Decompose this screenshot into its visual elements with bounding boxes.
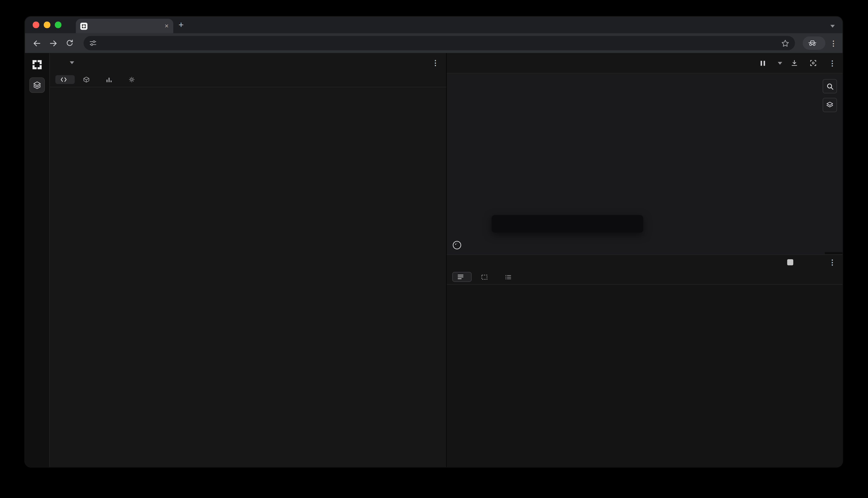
browser-tabstrip: × + <box>25 17 843 33</box>
tab-visualize[interactable] <box>101 75 120 85</box>
tab-close-icon[interactable]: × <box>165 23 168 29</box>
download-screenshot-button[interactable] <box>810 60 820 66</box>
close-window-button[interactable] <box>33 22 39 28</box>
cache-mode-dropdown[interactable] <box>67 62 74 64</box>
mapbox-logo[interactable] <box>452 240 464 250</box>
chart-icon <box>106 76 112 83</box>
pause-icon <box>760 60 766 66</box>
map-layers-button[interactable] <box>822 98 837 112</box>
gear-icon <box>128 76 135 83</box>
screenshot-icon <box>810 60 817 66</box>
udf-explorer-button[interactable] <box>29 77 45 93</box>
editor-header: ⋮ <box>50 53 446 73</box>
forward-button[interactable] <box>47 37 59 49</box>
stdout-icon <box>457 274 464 280</box>
request-details-icon <box>505 274 512 280</box>
map-tooltip <box>492 215 643 233</box>
freeze-dropdown-icon[interactable] <box>778 62 782 64</box>
back-button[interactable] <box>30 37 43 49</box>
tab-request-details[interactable] <box>500 272 519 282</box>
app-rail <box>25 53 50 467</box>
browser-toolbar: ⋮ <box>25 33 843 53</box>
browser-menu-icon[interactable]: ⋮ <box>830 39 837 47</box>
stdout-output[interactable] <box>447 285 843 467</box>
url-bar[interactable] <box>84 36 795 50</box>
tab-search-icon[interactable] <box>830 20 835 30</box>
site-info-icon[interactable] <box>89 39 97 47</box>
layers-icon <box>826 101 834 109</box>
map-results-panel: ⋮ <box>447 53 843 467</box>
bookmark-star-icon[interactable] <box>781 39 789 47</box>
map-view[interactable] <box>447 74 843 254</box>
browser-tab[interactable]: × <box>76 19 173 33</box>
tab-selected-object[interactable] <box>476 272 496 282</box>
module-icon <box>83 76 90 83</box>
map-attribution <box>825 252 843 254</box>
tab-editor[interactable] <box>55 75 75 84</box>
code-editor[interactable] <box>50 87 446 467</box>
fused-logo <box>31 59 43 71</box>
download-icon <box>791 60 798 66</box>
layers-icon <box>33 81 41 89</box>
minimize-window-button[interactable] <box>44 22 50 28</box>
fused-favicon <box>80 23 87 30</box>
tab-module[interactable] <box>78 75 98 85</box>
search-icon <box>826 82 833 90</box>
new-tab-button[interactable]: + <box>179 21 184 29</box>
map-menu-icon[interactable]: ⋮ <box>829 59 836 67</box>
editor-menu-icon[interactable]: ⋮ <box>432 59 439 66</box>
tab-stdout[interactable] <box>452 272 472 282</box>
map-header: ⋮ <box>447 53 843 74</box>
select-box-icon <box>481 274 488 280</box>
app-content: ⋮ <box>25 53 843 467</box>
elapsed-group <box>783 259 793 265</box>
incognito-icon <box>808 40 817 47</box>
map-search-button[interactable] <box>822 79 837 93</box>
results-header: ⋮ <box>447 254 843 270</box>
download-results-button[interactable] <box>791 60 801 66</box>
browser-window: × + <box>25 17 843 467</box>
maximize-window-button[interactable] <box>55 22 61 28</box>
results-tabbar <box>447 270 843 285</box>
window-controls <box>33 22 61 28</box>
map-actions: ⋮ <box>760 59 836 67</box>
incognito-badge <box>803 37 825 50</box>
chevron-down-icon <box>70 62 74 64</box>
status-square <box>787 259 793 265</box>
editor-panel: ⋮ <box>50 53 447 467</box>
reload-button[interactable] <box>64 37 76 49</box>
screenshot-stage: × + <box>0 0 868 498</box>
editor-tabbar <box>50 72 446 87</box>
results-menu-icon[interactable]: ⋮ <box>829 259 836 266</box>
code-icon <box>61 77 67 82</box>
mapbox-icon <box>452 240 462 250</box>
tab-settings[interactable] <box>124 75 143 85</box>
freeze-button[interactable] <box>760 60 769 66</box>
